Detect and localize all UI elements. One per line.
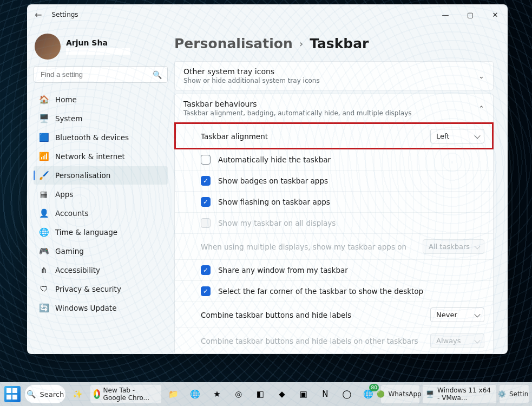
sidebar-item-label: Accessibility [55,266,100,274]
farcorner-label: Select the far corner of the taskbar to … [218,287,423,296]
sidebar-item-network-internet[interactable]: 📶Network & internet [34,147,168,166]
sidebar-icon: 📶 [39,152,49,161]
sidebar: Arjun Sha 🔍 🏠Home🖥️System🟦Bluetooth & de… [27,25,174,354]
terminal-icon[interactable]: ▣ [294,385,313,403]
sidebar-icon: ⋔ [39,265,49,275]
sidebar-icon: 🖥️ [39,114,49,123]
edge-badge-icon[interactable]: 🌐80 [359,385,378,403]
chevron-down-icon: ⌄ [478,72,484,80]
whatsapp-icon: 🟢 [377,390,385,398]
app-icon-2[interactable]: ◎ [229,385,248,403]
sidebar-item-label: Network & internet [55,152,125,161]
sidebar-item-gaming[interactable]: 🎮Gaming [34,242,168,260]
farcorner-checkbox[interactable]: ✓ [201,286,211,296]
sidebar-item-label: Bluetooth & devices [55,133,129,142]
whichdisp-label: When using multiple displays, show my ta… [201,243,406,251]
autohide-checkbox[interactable] [201,155,211,165]
row-share-window: ✓ Share any window from my taskbar [175,259,493,280]
taskbar-search-label: Search [40,390,64,398]
sidebar-item-accessibility[interactable]: ⋔Accessibility [34,261,168,279]
sidebar-item-home[interactable]: 🏠Home [34,90,168,109]
sidebar-icon: 🖌️ [39,171,49,180]
notion-icon[interactable]: N [316,385,334,403]
sidebar-item-label: Windows Update [55,304,116,312]
sidebar-item-label: Privacy & security [55,285,121,293]
sidebar-item-bluetooth-devices[interactable]: 🟦Bluetooth & devices [34,128,168,147]
close-button[interactable]: ✕ [483,4,508,25]
user-subtext [66,48,130,55]
combine-label: Combine taskbar buttons and hide labels [201,311,351,319]
breadcrumb: Personalisation › Taskbar [174,31,494,61]
row-autohide: Automatically hide the taskbar [175,149,493,170]
combine-select[interactable]: Never [430,307,484,322]
sidebar-item-personalisation[interactable]: 🖌️Personalisation [34,166,168,185]
behaviours-card: Taskbar behaviours Taskbar alignment, ba… [174,94,494,354]
behaviours-header[interactable]: Taskbar behaviours Taskbar alignment, ba… [175,94,493,123]
main-pane: Personalisation › Taskbar Other system t… [174,25,508,354]
user-block[interactable]: Arjun Sha [34,29,168,62]
behav-title: Taskbar behaviours [183,100,412,108]
user-name: Arjun Sha [66,38,130,47]
os-taskbar: 🔍 Search ✨ New Tab - Google Chro... 📁 🌐 … [0,382,532,406]
taskbar-search[interactable]: 🔍 Search [25,385,65,403]
share-label: Share any window from my taskbar [218,266,348,274]
sidebar-icon: ▦ [39,189,49,199]
sidebar-item-windows-update[interactable]: 🔄Windows Update [34,299,168,317]
taskbar-tab-settings[interactable]: ⚙️ Settin [500,385,529,403]
app-icon-3[interactable]: ◧ [251,385,270,403]
row-far-corner: ✓ Select the far corner of the taskbar t… [175,280,493,302]
explorer-icon[interactable]: 📁 [165,385,183,403]
row-which-display: When using multiple displays, show my ta… [175,233,493,259]
combine2-label: Combine taskbar buttons and hide labels … [201,337,418,345]
sidebar-icon: 🔄 [39,303,49,313]
share-checkbox[interactable]: ✓ [201,265,211,275]
sidebar-icon: 👤 [39,208,49,218]
sidebar-item-accounts[interactable]: 👤Accounts [34,204,168,222]
sidebar-nav: 🏠Home🖥️System🟦Bluetooth & devices📶Networ… [34,90,168,317]
sidebar-search[interactable]: 🔍 [34,66,168,83]
sidebar-item-system[interactable]: 🖥️System [34,109,168,128]
app-icon-4[interactable]: ◆ [273,385,291,403]
sidebar-item-label: Accounts [55,209,89,218]
copilot-icon[interactable]: ✨ [69,385,87,403]
sidebar-icon: 🛡 [39,284,49,294]
taskbar-tab-vmware[interactable]: 🖥️ Windows 11 x64 - VMwa... [423,385,496,403]
multidisplay-label: Show my taskbar on all displays [218,219,336,227]
flashing-checkbox[interactable]: ✓ [201,197,211,207]
sidebar-icon: 🌐 [39,227,49,237]
sidebar-icon: 🏠 [39,95,49,104]
combine2-select: Always [430,333,484,348]
row-taskbar-alignment: Taskbar alignment Left [175,123,493,149]
maximize-button[interactable]: ▢ [458,4,483,25]
sidebar-item-label: Personalisation [55,171,110,180]
app-title: Settings [51,11,78,18]
edge-icon[interactable]: 🌐 [186,385,205,403]
chevron-up-icon: ⌃ [478,104,484,113]
search-input[interactable] [40,70,153,79]
taskbar-tab-chrome[interactable]: New Tab - Google Chro... [90,385,161,403]
taskbar-tab-whatsapp[interactable]: 🟢 WhatsApp [381,385,419,403]
sidebar-item-label: Gaming [55,247,84,256]
alignment-select[interactable]: Left [430,129,484,143]
tray-card-subtitle: Show or hide additional system tray icon… [183,77,320,84]
minimize-button[interactable]: — [433,4,458,25]
app-icon-1[interactable]: ★ [208,385,226,403]
sidebar-item-label: Time & language [55,228,117,237]
chrome-icon [94,389,100,399]
breadcrumb-parent[interactable]: Personalisation [174,36,293,51]
sidebar-item-time-language[interactable]: 🌐Time & language [34,223,168,241]
start-button[interactable] [3,385,22,403]
app-icon-5[interactable]: ◯ [338,385,356,403]
badges-checkbox[interactable]: ✓ [201,176,211,186]
sidebar-item-privacy-security[interactable]: 🛡Privacy & security [34,280,168,298]
row-combine: Combine taskbar buttons and hide labels … [175,302,493,328]
row-badges: ✓ Show badges on taskbar apps [175,170,493,191]
chevron-right-icon: › [299,38,303,49]
back-button[interactable]: ← [35,10,42,20]
vmware-icon: 🖥️ [426,390,434,398]
sidebar-item-label: Apps [55,190,73,199]
tray-icons-card[interactable]: Other system tray icons Show or hide add… [174,61,494,90]
whichdisp-select: All taskbars [423,239,484,254]
avatar [35,34,61,60]
sidebar-item-apps[interactable]: ▦Apps [34,185,168,204]
